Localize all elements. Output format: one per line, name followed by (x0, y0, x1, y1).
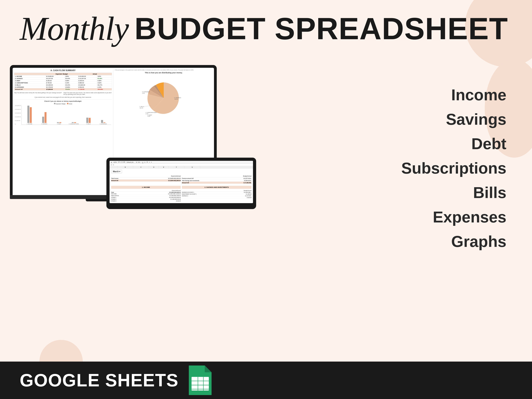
savings-row-2: INVESTMENT ACCOUNT 1$ 1,000.00 (182, 193, 251, 195)
google-sheets-icon (188, 366, 212, 395)
savings-sub-header: BudgetActual (182, 190, 251, 191)
toolbar-align-right[interactable]: ≡ (151, 162, 152, 163)
summary-block-left: ExpectedActual Total Income $ 23,600.00 … (111, 175, 181, 184)
summary-header-left: ExpectedActual (111, 175, 181, 177)
bottom-bar: GOOGLE SHEETS (0, 361, 532, 399)
bar-group-savings: 2. SAVINGS (37, 112, 51, 125)
tablet-screen: 🖨 100% $ % .0 123▾ Default (Ari... 10 B … (110, 161, 253, 203)
income-row-other1: OTHER 1$ 10,000.0010,000.00 (111, 197, 181, 198)
formula-fx: fx (113, 164, 114, 165)
tablet-sections-grid: 1. INCOME ExpectedActual Total $ 23,600.… (111, 185, 251, 202)
bar-group-bills: 5. BILLS (82, 118, 95, 125)
toolbar-italic[interactable]: I (141, 162, 141, 163)
feature-subscriptions: Subscriptions (401, 156, 506, 180)
feature-bills: Bills (401, 180, 506, 205)
income-row-paychek: PAYCHEK$ 10,000.00$ 10,000.00 (111, 193, 181, 195)
feature-graphs: Graphs (401, 229, 506, 254)
svg-text:30.1%: 30.1% (140, 107, 143, 108)
svg-marker-14 (205, 366, 212, 372)
savings-row-1: SAVINGS ACCOUNT 1$ 5,000.00$ 1, (182, 191, 251, 193)
bar-y-labels: $ 25,000.00 $ 20,000.00 $ 15,000.00 $ 10… (15, 105, 21, 125)
svg-text:2.2%: 2.2% (142, 93, 145, 94)
svg-text:0.9%: 0.9% (148, 116, 150, 117)
cash-flow-table: Expected / Budget Actual 1. INCOME $ 23,… (14, 73, 112, 90)
tablet-content: March ▾ ExpectedActual Total Income $ 23… (110, 168, 253, 203)
cash-flow-title: A. CASH FLOW SUMMARY (14, 69, 112, 71)
bar-chart-title: Check if you are above or below expected… (15, 100, 111, 102)
svg-text:63.0%: 63.0% (175, 99, 178, 100)
toolbar-underline[interactable]: U (142, 162, 143, 163)
income-title: 1. INCOME (111, 186, 181, 189)
tablet-mockup: 🖨 100% $ % .0 123▾ Default (Ari... 10 B … (106, 158, 256, 209)
month-label: March (113, 171, 119, 173)
toolbar-zoom: 100% (113, 162, 117, 163)
bar-group-debt: 3. DEBT (52, 122, 66, 125)
header-monthly: Monthly (20, 12, 129, 45)
header: Monthly BUDGET SPREADSHEET (20, 12, 512, 45)
summary-block-right: BudgetActual Previous amount left $ 6,23… (182, 175, 251, 184)
amount-left-row: Amount left $ 23,600.00 22,600.00 (111, 179, 181, 182)
summary-header-right: BudgetActual (182, 175, 251, 177)
toolbar-color[interactable]: A (145, 162, 146, 163)
toolbar-align[interactable]: ≡ (149, 162, 150, 163)
income-sub-header: ExpectedActual (111, 190, 181, 191)
cell-ref: A (111, 164, 112, 165)
previous-amount-row: Previous amount left $ 6,237.00 14, (182, 177, 251, 179)
features-list: Income Savings Debt Subscriptions Bills … (401, 83, 506, 254)
savings-section: 2. SAVINGS AND INVESTMENTS BudgetActual … (182, 185, 251, 202)
income-total-row: Total $ 23,600.00 22,600.00 (111, 191, 181, 193)
note-negative: Oops! You went over your income. You nee… (63, 92, 112, 95)
svg-text:5. BILLS: 5. BILLS (140, 106, 144, 107)
bar-legend: Expected / Budget Actual (15, 103, 111, 104)
svg-text:4. SUBSCRIPTIONS: 4. SUBSCRIPTIONS (146, 112, 157, 113)
income-row-other3: OTHER 3$ 100.00 (111, 200, 181, 202)
svg-text:6. EXPENSES: 6. EXPENSES (142, 91, 150, 92)
toolbar-bold[interactable]: B (139, 162, 139, 163)
toolbar-format: $ % .0 123▾ (118, 161, 125, 163)
note-positive: Hey! You still have some money left, how… (14, 92, 63, 95)
tablet-outer: 🖨 100% $ % .0 123▾ Default (Ari... 10 B … (106, 158, 256, 209)
savings-row-3: SAVINGS 2$ 137.0072, (182, 195, 251, 197)
pie-note: If the percentages in the graph don't ma… (115, 69, 212, 71)
amount-left2-row: Amount left $ 17,363.00 8, (182, 182, 251, 184)
pie-title: This is how you are distributing your mo… (115, 72, 212, 74)
bar-group-expenses: 6. EXPENSES (96, 120, 110, 125)
tablet-summary-grid: ExpectedActual Total Income $ 23,600.00 … (111, 175, 251, 184)
feature-savings: Savings (401, 107, 506, 132)
bottom-note: If you earned more, saved more and payed… (14, 96, 112, 98)
bar-group-income: 1. INCOME (22, 106, 37, 125)
tablet-toolbar: 🖨 100% $ % .0 123▾ Default (Ari... 10 B … (110, 161, 253, 164)
income-row-side-hustle: SIDE HUSTLE$ 2,500.00$ 2,500.00 (111, 195, 181, 197)
pie-chart: 6. EXPENSES 2.2% 5. BILLS 30.1% 4. SUBSC… (136, 75, 191, 118)
total-income-row: Total Income $ 23,600.00 22,600.00 (111, 177, 181, 179)
savings-title: 2. SAVINGS AND INVESTMENTS (182, 186, 251, 189)
toolbar-size: 10 (136, 162, 137, 163)
feature-income: Income (401, 83, 506, 107)
income-row-other2: OTHER 2$ 1,000.00$ 100.00 (111, 198, 181, 200)
toolbar-font: Default (Ari... (127, 162, 135, 163)
tablet-grid-header: B C D E F G (110, 166, 253, 168)
bar-group-subscriptions: 4. SUBSCRIPTIONS (67, 122, 81, 125)
savings-row-4: $ 100.00 (182, 197, 251, 199)
tablet-formula-bar: A fx (110, 164, 253, 166)
income-section: 1. INCOME ExpectedActual Total $ 23,600.… (111, 185, 181, 202)
feature-debt: Debt (401, 132, 506, 156)
toolbar-print-icon: 🖨 (111, 162, 112, 163)
header-budget-spreadsheet: BUDGET SPREADSHEET (135, 13, 508, 44)
month-selector[interactable]: March ▾ (111, 170, 122, 173)
total-savings-row: Total Savings and Investments 23,500.00 … (182, 179, 251, 182)
feature-expenses: Expenses (401, 205, 506, 229)
svg-rect-15 (191, 377, 209, 391)
toolbar-merge[interactable]: ⊞ (147, 161, 148, 163)
google-sheets-label: GOOGLE SHEETS (20, 370, 178, 391)
